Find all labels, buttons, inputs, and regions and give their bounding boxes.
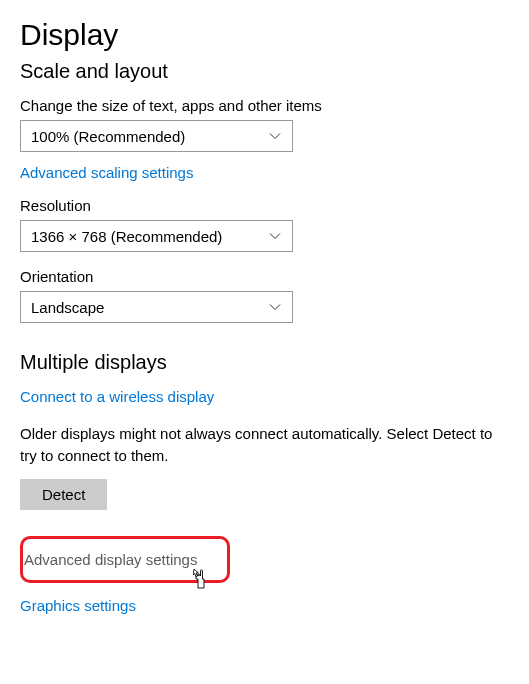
orientation-label: Orientation: [20, 268, 509, 285]
chevron-down-icon: [268, 300, 282, 314]
resolution-dropdown[interactable]: 1366 × 768 (Recommended): [20, 220, 293, 252]
text-size-label: Change the size of text, apps and other …: [20, 97, 509, 114]
text-size-dropdown[interactable]: 100% (Recommended): [20, 120, 293, 152]
advanced-display-settings-link[interactable]: Advanced display settings: [24, 551, 197, 568]
orientation-value: Landscape: [31, 299, 104, 316]
multiple-displays-header: Multiple displays: [20, 351, 509, 374]
resolution-value: 1366 × 768 (Recommended): [31, 228, 222, 245]
cursor-icon: [193, 569, 211, 592]
resolution-label: Resolution: [20, 197, 509, 214]
page-title: Display: [20, 18, 509, 52]
orientation-dropdown[interactable]: Landscape: [20, 291, 293, 323]
graphics-settings-link[interactable]: Graphics settings: [20, 597, 136, 614]
text-size-value: 100% (Recommended): [31, 128, 185, 145]
chevron-down-icon: [268, 129, 282, 143]
scale-layout-header: Scale and layout: [20, 60, 509, 83]
advanced-scaling-link[interactable]: Advanced scaling settings: [20, 164, 193, 181]
detect-description: Older displays might not always connect …: [20, 423, 500, 467]
detect-button[interactable]: Detect: [20, 479, 107, 510]
advanced-display-highlight: Advanced display settings: [20, 536, 230, 583]
chevron-down-icon: [268, 229, 282, 243]
wireless-display-link[interactable]: Connect to a wireless display: [20, 388, 214, 405]
